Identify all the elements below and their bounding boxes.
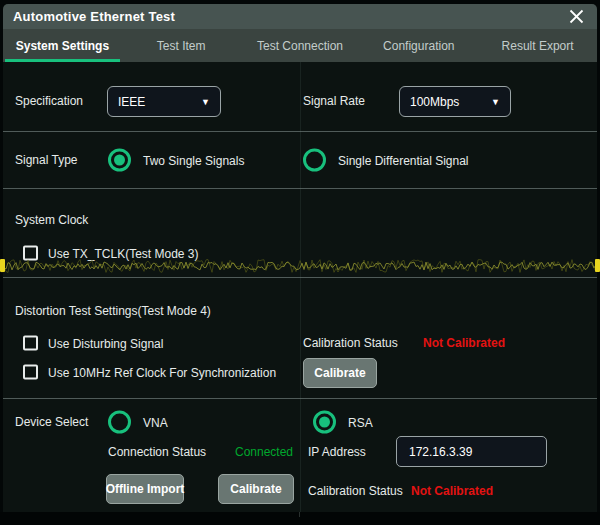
specification-label: Specification: [15, 94, 83, 108]
connection-status-label: Connection Status: [108, 445, 206, 459]
checkbox-icon: [23, 336, 38, 351]
checkbox-use-tx-tclk[interactable]: Use TX_TCLK(Test Mode 3): [23, 246, 199, 261]
device-calibration-status-label: Calibration Status: [308, 484, 403, 498]
radio-single-differential-signal[interactable]: Single Differential Signal: [303, 149, 469, 172]
tab-test-connection[interactable]: Test Connection: [241, 29, 360, 62]
radio-vna[interactable]: VNA: [108, 411, 168, 434]
radio-rsa[interactable]: RSA: [313, 411, 373, 434]
divider: [3, 188, 597, 189]
chevron-down-icon: ▼: [491, 97, 500, 107]
signal-rate-value: 100Mbps: [410, 95, 459, 109]
close-button[interactable]: [565, 6, 587, 28]
specification-dropdown[interactable]: IEEE ▼: [107, 86, 221, 117]
radio-icon: [108, 149, 131, 172]
tab-bar: System Settings Test Item Test Connectio…: [3, 29, 597, 62]
checkbox-icon: [23, 365, 38, 380]
oscilloscope-screen: Automotive Ethernet Test System Settings…: [0, 0, 600, 525]
specification-value: IEEE: [118, 95, 145, 109]
distortion-section-label: Distortion Test Settings(Test Mode 4): [15, 304, 211, 318]
divider: [3, 277, 597, 278]
divider: [3, 398, 597, 399]
tab-test-item[interactable]: Test Item: [122, 29, 241, 62]
device-select-label: Device Select: [15, 415, 88, 429]
close-icon: [569, 9, 584, 24]
offline-import-button[interactable]: Offline Import: [106, 474, 184, 504]
distortion-calibration-status-value: Not Calibrated: [423, 336, 505, 350]
dialog-titlebar: Automotive Ethernet Test: [3, 4, 597, 29]
distortion-calibration-status-label: Calibration Status: [303, 336, 398, 350]
connection-status-value: Connected: [235, 445, 293, 459]
chevron-down-icon: ▼: [201, 97, 210, 107]
radio-two-single-signals[interactable]: Two Single Signals: [108, 149, 244, 172]
ip-address-input[interactable]: [396, 436, 547, 467]
signal-rate-label: Signal Rate: [303, 94, 365, 108]
signal-rate-dropdown[interactable]: 100Mbps ▼: [399, 86, 511, 117]
automotive-ethernet-test-dialog: Automotive Ethernet Test System Settings…: [3, 4, 597, 512]
system-clock-label: System Clock: [15, 213, 88, 227]
tab-configuration[interactable]: Configuration: [359, 29, 478, 62]
radio-icon: [313, 411, 336, 434]
radio-icon: [108, 411, 131, 434]
dialog-title: Automotive Ethernet Test: [13, 9, 175, 24]
device-calibrate-button[interactable]: Calibrate: [218, 474, 294, 504]
channel-marker-right: [595, 259, 600, 272]
signal-type-label: Signal Type: [15, 153, 78, 167]
checkbox-icon: [23, 246, 38, 261]
tab-result-export[interactable]: Result Export: [478, 29, 597, 62]
channel-marker-left: [0, 259, 5, 272]
tab-system-settings[interactable]: System Settings: [3, 29, 122, 62]
device-calibration-status-value: Not Calibrated: [411, 484, 493, 498]
checkbox-use-10mhz-ref-clock[interactable]: Use 10MHz Ref Clock For Synchronization: [23, 365, 276, 380]
checkbox-use-disturbing-signal[interactable]: Use Disturbing Signal: [23, 336, 163, 351]
radio-icon: [303, 149, 326, 172]
dialog-body: Specification IEEE ▼ Signal Rate 100Mbps…: [3, 62, 597, 512]
distortion-calibrate-button[interactable]: Calibrate: [303, 358, 377, 388]
ip-address-label: IP Address: [308, 445, 366, 459]
scope-background-strip: [0, 512, 600, 525]
divider: [3, 131, 597, 132]
